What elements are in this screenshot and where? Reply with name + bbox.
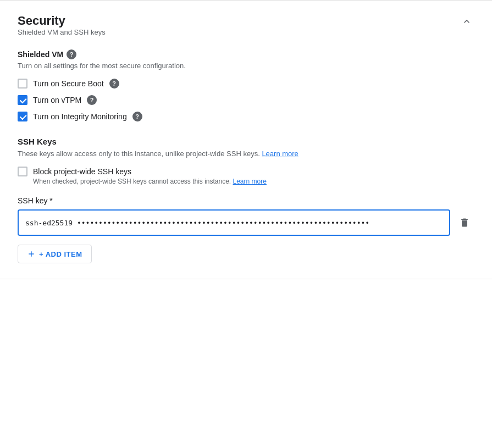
checkbox-box-vtpm[interactable] (18, 95, 27, 105)
section-body: Security Shielded VM and SSH keys Shield… (0, 1, 492, 279)
delete-icon (459, 216, 470, 229)
checkbox-label-integrity[interactable]: Turn on Integrity Monitoring (18, 112, 127, 121)
ssh-key-label: SSH key * (18, 196, 474, 205)
ssh-desc-text: These keys allow access only to this ins… (18, 150, 260, 158)
checkbox-box-integrity[interactable] (18, 112, 27, 121)
ssh-keys-section: SSH Keys These keys allow access only to… (18, 137, 474, 263)
section-title-group: Security Shielded VM and SSH keys (18, 14, 106, 47)
block-ssh-sublabel-text: When checked, project-wide SSH keys cann… (33, 178, 231, 185)
block-ssh-learn-more-link[interactable]: Learn more (233, 178, 267, 185)
checkbox-label-text-integrity: Turn on Integrity Monitoring (33, 112, 127, 121)
vtpm-help-icon[interactable]: ? (87, 95, 97, 105)
ssh-key-row (18, 209, 474, 236)
block-ssh-group: Block project-wide SSH keys When checked… (18, 167, 474, 185)
section-title: Security (18, 14, 106, 28)
ssh-key-section: SSH key * + ADD ITEM (18, 196, 474, 263)
shielded-vm-title: Shielded VM (18, 50, 63, 59)
block-ssh-label[interactable]: Block project-wide SSH keys (18, 167, 474, 176)
section-header: Security Shielded VM and SSH keys (18, 14, 474, 47)
checkbox-label-vtpm[interactable]: Turn on vTPM (18, 95, 81, 105)
checkbox-item-vtpm: Turn on vTPM ? (18, 95, 474, 105)
shielded-vm-help-icon[interactable]: ? (67, 49, 76, 59)
ssh-keys-title: SSH Keys (18, 137, 474, 146)
ssh-key-input[interactable] (18, 209, 450, 236)
add-item-button[interactable]: + ADD ITEM (18, 245, 92, 263)
security-section: Security Shielded VM and SSH keys Shield… (0, 0, 492, 279)
delete-ssh-key-button[interactable] (455, 212, 474, 234)
ssh-keys-desc: These keys allow access only to this ins… (18, 150, 474, 158)
shielded-vm-title-group: Shielded VM ? (18, 49, 474, 59)
add-icon (27, 250, 36, 258)
ssh-learn-more-link[interactable]: Learn more (262, 150, 298, 158)
chevron-up-icon (461, 16, 472, 27)
block-ssh-sublabel: When checked, project-wide SSH keys cann… (33, 178, 474, 185)
shielded-vm-checkboxes: Turn on Secure Boot ? Turn on vTPM ? Tur… (18, 79, 474, 121)
add-item-label: + ADD ITEM (39, 250, 82, 258)
collapse-button[interactable] (459, 14, 474, 29)
section-subtitle: Shielded VM and SSH keys (18, 28, 106, 36)
block-ssh-label-text: Block project-wide SSH keys (33, 167, 131, 176)
bottom-divider (0, 279, 492, 279)
checkbox-box-secure-boot[interactable] (18, 79, 27, 89)
secure-boot-help-icon[interactable]: ? (109, 79, 119, 89)
checkbox-item-integrity: Turn on Integrity Monitoring ? (18, 112, 474, 121)
checkbox-box-block-ssh[interactable] (18, 167, 27, 176)
shielded-vm-desc: Turn on all settings for the most secure… (18, 62, 474, 70)
checkbox-label-text-secure-boot: Turn on Secure Boot (33, 79, 104, 88)
checkbox-label-text-vtpm: Turn on vTPM (33, 96, 81, 104)
integrity-help-icon[interactable]: ? (132, 112, 142, 121)
checkbox-item-secure-boot: Turn on Secure Boot ? (18, 79, 474, 89)
checkbox-label-secure-boot[interactable]: Turn on Secure Boot (18, 79, 104, 89)
